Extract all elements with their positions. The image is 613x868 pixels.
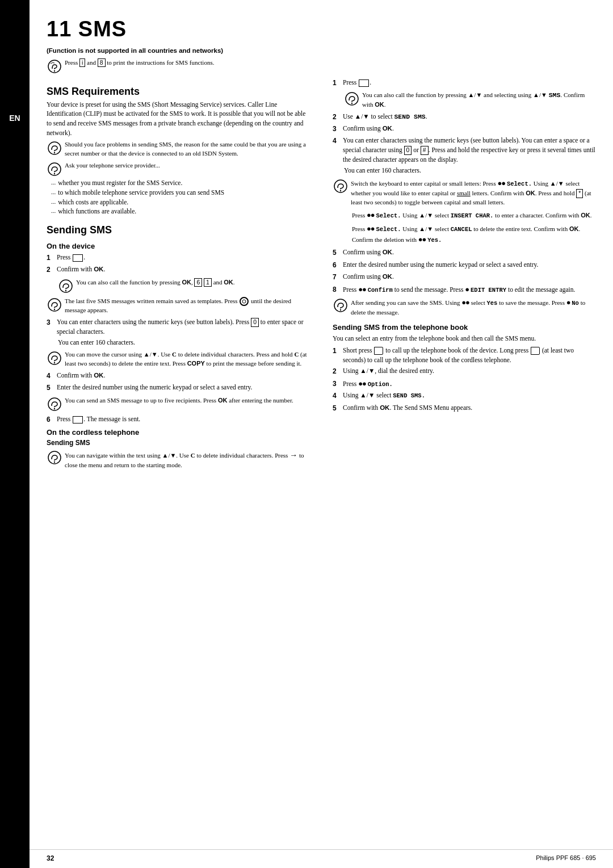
svg-point-13 (54, 408, 55, 409)
tip-icon-cordless (47, 450, 62, 466)
sms-requirements-title: SMS Requirements (47, 86, 310, 98)
tip-last-five: The last five SMS messages written remai… (47, 297, 310, 315)
tip-icon-intro (47, 58, 62, 74)
step-6-device: 6 Press . The message is sent. (47, 414, 310, 425)
footer-brand: Philips PPF 685 · 695 (536, 854, 596, 862)
tip-last-five-text: The last five SMS messages written remai… (65, 297, 310, 315)
tip-svg-recip (47, 397, 62, 412)
footer-page-number: 32 (47, 854, 54, 862)
on-device-title: On the device (47, 242, 310, 250)
r-step-6: 6 Enter the desired number using the num… (333, 260, 596, 270)
tip-select-3: Press ●● Select. Using ▲/▼ select CANCEL… (344, 224, 596, 245)
svg-point-1 (54, 70, 55, 71)
step-1-device: 1 Press . (47, 253, 310, 263)
book-step-5: 5 Confirm with OK. The Send SMS Menu app… (333, 403, 596, 413)
function-note: (Function is not supported in all countr… (47, 46, 596, 56)
tip-svg-cursor (47, 351, 62, 366)
step-3-device: 3 You can enter characters using the num… (47, 317, 310, 336)
right-column: 1 Press . You can also call the function… (321, 78, 596, 473)
sending-from-book-body: You can select an entry from the telepho… (333, 334, 596, 343)
svg-point-21 (340, 309, 341, 311)
tip-cursor-text: You can move the cursor using ▲/▼. Use C… (65, 350, 310, 368)
tip-icon-provider (47, 161, 62, 177)
envelope-icon-2 (73, 416, 83, 423)
svg-point-7 (65, 290, 66, 291)
book-step-1: 1 Short press to call up the telephone b… (333, 346, 596, 364)
tip-ok-function: You can also call the function by pressi… (58, 278, 310, 294)
intro-tip-block: Press i and 8 to print the instructions … (47, 58, 596, 74)
tip-svg-ok (58, 279, 73, 293)
tip-cursor: You can move the cursor using ▲/▼. Use C… (47, 350, 310, 368)
book-step-3: 3 Press ●● Option. (333, 379, 596, 389)
svg-point-9 (54, 309, 55, 310)
book-icon-2 (531, 347, 540, 355)
key-8: 8 (98, 58, 106, 68)
book-step-2: 2 Using ▲/▼, dial the desired entry. (333, 366, 596, 376)
key-1: 1 (204, 278, 212, 287)
r-step-7: 7 Confirm using OK. (333, 272, 596, 282)
right-steps-2to4: 2 Use ▲/▼ to select SEND SMS. 3 Confirm … (333, 112, 596, 165)
tip-ask-provider-text: Ask your telephone service provider... (65, 161, 310, 170)
r-step-2: 2 Use ▲/▼ to select SEND SMS. (333, 112, 596, 122)
cd-icon-1 (240, 297, 249, 306)
tip-cordless-nav-text: You can navigate within the text using ▲… (65, 450, 310, 470)
tip-svg-sel1 (333, 179, 348, 194)
tip-r-nav: You can also call the function by pressi… (344, 91, 596, 110)
key-0-right: 0 (404, 146, 412, 155)
svg-point-3 (54, 152, 55, 153)
tip-select-2-text: Press ●● Select. Using ▲/▼ select INSERT… (352, 210, 596, 221)
enter-160-right: You can enter 160 characters. (344, 166, 596, 175)
tip-icon-problems (47, 140, 62, 156)
svg-point-5 (54, 173, 55, 174)
on-device-steps: 1 Press . 2 Confirm with OK. (47, 253, 310, 275)
tip-ok-function-text: You can also call the function by pressi… (76, 278, 310, 287)
tip-select-2: Press ●● Select. Using ▲/▼ select INSERT… (344, 210, 596, 221)
r-step-3: 3 Confirm using OK. (333, 124, 596, 134)
book-steps: 1 Short press to call up the telephone b… (333, 346, 596, 413)
svg-point-17 (351, 103, 352, 104)
r-step-5: 5 Confirm using OK. (333, 248, 596, 258)
tip-svg-save (333, 298, 348, 313)
sending-sms-cordless-subtitle: Sending SMS (47, 439, 310, 447)
key-0-left: 0 (251, 318, 259, 327)
tip-icon-sel1 (333, 178, 349, 194)
tip-select-1: Switch the keyboard to enter capital or … (333, 178, 596, 207)
step-5-device: 5 Enter the desired number using the num… (47, 383, 310, 393)
tip-ask-provider: Ask your telephone service provider... (47, 161, 310, 177)
key-i: i (79, 58, 85, 68)
sending-from-book-title: Sending SMS from the telephone book (333, 323, 596, 332)
tip-icon-cursor (47, 350, 62, 366)
tip-sms-problems: Should you face problems in sending SMS,… (47, 140, 310, 158)
svg-point-11 (54, 362, 55, 363)
on-device-step6: 6 Press . The message is sent. (47, 414, 310, 425)
sending-sms-title: Sending SMS (47, 224, 310, 236)
page: EN 11 SMS (Function is not supported in … (0, 0, 613, 868)
provider-bullet-list: whether you must register for the SMS Se… (51, 178, 310, 216)
envelope-icon-1 (73, 254, 83, 262)
tip-r-nav-text: You can also call the function by pressi… (362, 91, 596, 110)
on-device-steps-4to6: 4 Confirm with OK. 5 Enter the desired n… (47, 371, 310, 393)
tip-cordless-nav: You can navigate within the text using ▲… (47, 450, 310, 470)
enter-160-left: You can enter 160 characters. (58, 338, 310, 347)
left-column: SMS Requirements Your device is preset f… (47, 78, 321, 473)
tip-svg-provider (47, 162, 62, 177)
tip-five-recip: You can send an SMS message to up to fiv… (47, 396, 310, 412)
book-icon-1 (374, 347, 383, 355)
key-star: * (576, 189, 583, 198)
right-steps-5to8: 5 Confirm using OK. 6 Enter the desired … (333, 248, 596, 295)
step-2-device: 2 Confirm with OK. (47, 265, 310, 275)
svg-point-19 (340, 190, 341, 191)
two-column-layout: SMS Requirements Your device is preset f… (47, 78, 596, 473)
tip-icon-r-nav (344, 91, 360, 107)
function-note-text: (Function is not supported in all countr… (47, 47, 223, 54)
tip-icon-five (47, 297, 62, 313)
tip-icon-ok (58, 278, 74, 294)
tip-select-1-text: Switch the keyboard to enter capital or … (351, 178, 596, 207)
key-hash: # (421, 146, 429, 155)
language-label: EN (9, 114, 20, 123)
step-4-device: 4 Confirm with OK. (47, 371, 310, 381)
tip-sms-problems-text: Should you face problems in sending SMS,… (65, 140, 310, 158)
bullet-costs: which costs are applicable. (51, 198, 310, 207)
r-step-8: 8 Press ●● Confirm to send the message. … (333, 284, 596, 295)
tip-svg-problems (47, 141, 62, 156)
